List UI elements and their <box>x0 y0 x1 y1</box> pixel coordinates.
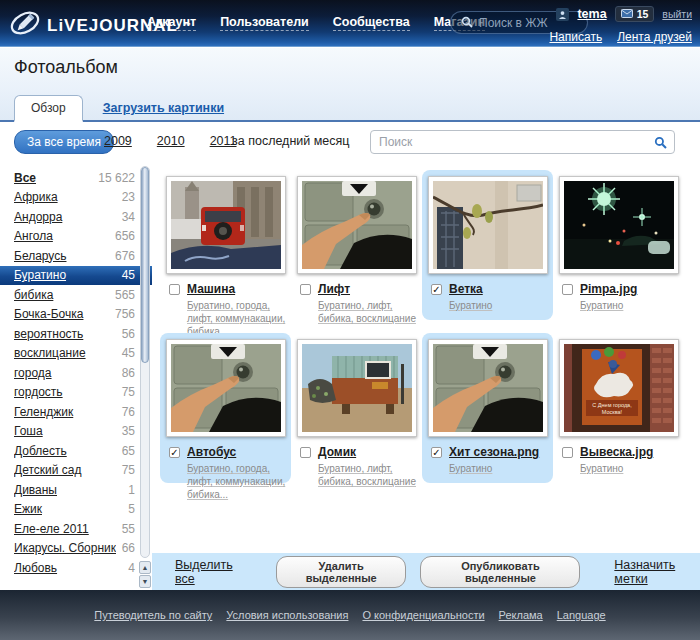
photo-title-link[interactable]: Домик <box>318 445 356 459</box>
sidebar-tag-item[interactable]: вероятность56 <box>0 324 152 344</box>
photo-title-row: Машина <box>169 282 291 296</box>
photo-thumbnail[interactable] <box>297 176 417 274</box>
sidebar-tag-item[interactable]: Ангола656 <box>0 227 152 247</box>
photo-title-link[interactable]: Ветка <box>449 282 483 296</box>
publish-selected-button[interactable]: Опубликовать выделенные <box>420 556 580 588</box>
photo-checkbox[interactable]: ✓ <box>431 284 442 295</box>
nav-item[interactable]: Аккаунт <box>147 15 196 31</box>
sidebar-tag-item[interactable]: Икарусы. Сборник66 <box>0 539 152 559</box>
delete-selected-button[interactable]: Удалить выделенные <box>276 556 407 588</box>
sidebar-tag-item[interactable]: Геленджик76 <box>0 402 152 422</box>
photo-checkbox[interactable] <box>562 447 573 458</box>
photo-thumbnail[interactable] <box>297 339 417 437</box>
sidebar-tag-item[interactable]: Бочка-Бочка756 <box>0 305 152 325</box>
logout-link[interactable]: выйти <box>662 8 692 20</box>
sidebar-tag-item[interactable]: восклицание45 <box>0 344 152 364</box>
filter-all-time[interactable]: За все время <box>14 130 114 154</box>
photo-thumbnail[interactable]: С Днем города, Москва! <box>559 339 679 437</box>
sidebar-tag-item[interactable]: Беларусь676 <box>0 246 152 266</box>
photo-thumbnail[interactable] <box>559 176 679 274</box>
photo-checkbox[interactable] <box>300 284 311 295</box>
photo-checkbox[interactable] <box>562 284 573 295</box>
photo-tags[interactable]: Буратино <box>580 462 682 475</box>
tab-overview[interactable]: Обзор <box>14 95 83 122</box>
photo-tags[interactable]: Буратино <box>449 299 551 312</box>
horse-poster-photo: С Днем города, Москва! <box>564 344 674 432</box>
sidebar-tag-item[interactable]: Ежик5 <box>0 500 152 520</box>
sidebar-tag-item[interactable]: Все15 622 <box>0 168 152 188</box>
photo-checkbox[interactable]: ✓ <box>169 447 180 458</box>
tag-label: Икарусы. Сборник <box>14 541 116 555</box>
nav-item[interactable]: Пользователи <box>220 15 309 31</box>
page-title: Фотоальбом <box>14 57 118 78</box>
photo-thumbnail[interactable] <box>166 339 286 437</box>
write-post-link[interactable]: Написать <box>549 30 602 44</box>
photo-thumbnail[interactable] <box>166 176 286 274</box>
tag-label: Гоша <box>14 424 116 438</box>
sidebar-tag-item[interactable]: Еле-еле 201155 <box>0 519 152 539</box>
photo-title-link[interactable]: Лифт <box>318 282 350 296</box>
filter-year-link[interactable]: 2010 <box>157 134 185 148</box>
sidebar-tag-item[interactable]: бибика565 <box>0 285 152 305</box>
sidebar-tag-item[interactable]: Африка23 <box>0 188 152 208</box>
tag-label: Любовь <box>14 561 122 575</box>
photo-cell: ✓АвтобусБуратино, города, лифт, коммунак… <box>160 333 291 483</box>
filter-last-month[interactable]: за последний месяц <box>232 134 349 148</box>
photo-tags[interactable]: Буратино, лифт, бибика, восклицание <box>318 462 420 488</box>
nav-item[interactable]: Сообщества <box>333 15 410 31</box>
envelope-icon <box>621 8 633 20</box>
sidebar-scrollbar[interactable] <box>140 166 150 558</box>
scrollbar-thumb[interactable] <box>141 167 149 363</box>
svg-text:С Днем города,: С Днем города, <box>592 402 632 408</box>
scroll-up-button[interactable]: ▲ <box>139 561 151 574</box>
photo-thumbnail[interactable] <box>428 339 548 437</box>
sidebar-tag-item[interactable]: Доблесть65 <box>0 441 152 461</box>
avatar[interactable] <box>556 8 569 21</box>
photo-tags[interactable]: Буратино <box>580 299 682 312</box>
sidebar-tag-item[interactable]: Диваны1 <box>0 480 152 500</box>
tag-count: 15 622 <box>98 171 135 185</box>
footer-link[interactable]: Путеводитель по сайту <box>94 609 212 621</box>
select-all-link[interactable]: Выделить все <box>175 558 246 586</box>
search-icon[interactable] <box>654 136 667 149</box>
album-search[interactable] <box>370 130 675 154</box>
tag-count: 4 <box>128 561 135 575</box>
photo-title-link[interactable]: Хит сезона.png <box>449 445 539 459</box>
footer-link[interactable]: Условия использования <box>226 609 348 621</box>
sidebar-tag-item[interactable]: Гоша35 <box>0 422 152 442</box>
footer-link[interactable]: Language <box>557 609 606 621</box>
photo-tags[interactable]: Буратино, лифт, бибика, восклицание <box>318 299 420 325</box>
photo-tags[interactable]: Буратино <box>449 462 551 475</box>
friends-feed-link[interactable]: Лента друзей <box>617 30 692 44</box>
sidebar-tag-item[interactable]: Андорра34 <box>0 207 152 227</box>
sidebar-tag-item[interactable]: Детский сад75 <box>0 461 152 481</box>
sidebar-tag-item[interactable]: города86 <box>0 363 152 383</box>
tab-upload-pictures[interactable]: Загрузить картинки <box>103 101 224 115</box>
photo-title-link[interactable]: Машина <box>187 282 235 296</box>
tag-count: 5 <box>128 502 135 516</box>
photo-checkbox[interactable] <box>300 447 311 458</box>
photo-thumbnail[interactable] <box>428 176 548 274</box>
elevator-button-photo <box>433 344 543 432</box>
filter-year-link[interactable]: 2009 <box>104 134 132 148</box>
footer-link[interactable]: Реклама <box>499 609 543 621</box>
assign-tags-link[interactable]: Назначить метки <box>614 558 700 586</box>
photo-title-link[interactable]: Автобус <box>187 445 236 459</box>
mail-badge[interactable]: 15 <box>615 6 655 22</box>
search-icon <box>461 14 473 32</box>
photo-tags[interactable]: Буратино, города, лифт, коммунакации, би… <box>187 462 289 501</box>
album-search-input[interactable] <box>371 135 654 149</box>
sidebar-tag-item[interactable]: гордость75 <box>0 383 152 403</box>
sidebar-tag-item[interactable]: Любовь4 <box>0 558 152 578</box>
tag-label: Ангола <box>14 229 109 243</box>
tag-count: 23 <box>122 190 135 204</box>
photo-title-link[interactable]: Вывеска.jpg <box>580 445 653 459</box>
photo-checkbox[interactable]: ✓ <box>431 447 442 458</box>
photo-checkbox[interactable] <box>169 284 180 295</box>
footer-link[interactable]: О конфиденциальности <box>362 609 484 621</box>
username-link[interactable]: tema <box>577 7 606 21</box>
main-nav: АккаунтПользователиСообществаМагазин <box>147 15 485 31</box>
scroll-down-button[interactable]: ▼ <box>139 575 151 588</box>
photo-title-link[interactable]: Pimpa.jpg <box>580 282 637 296</box>
sidebar-tag-item[interactable]: Буратино45 <box>0 266 152 286</box>
